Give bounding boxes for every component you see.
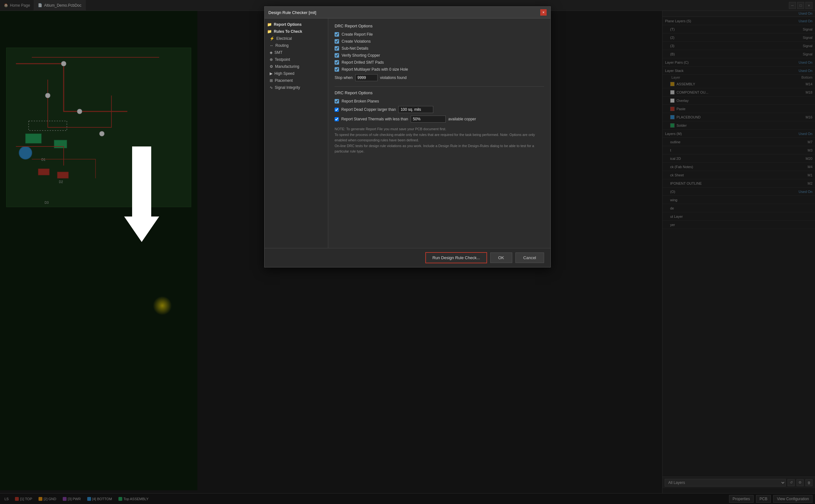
tree-testpoint[interactable]: ⊕ Testpoint	[265, 56, 328, 63]
tree-report-options[interactable]: 📁 Report Options	[265, 21, 328, 28]
electrical-icon: ⚡	[270, 36, 274, 41]
checkbox-broken-planes: Report Broken Planes	[335, 99, 544, 103]
smt-icon: ◈	[270, 50, 273, 55]
ok-label: OK	[498, 255, 504, 260]
stop-when-label: Stop when	[335, 75, 353, 80]
dead-copper-checkbox[interactable]	[335, 108, 339, 112]
checkbox-create-report: Create Report File	[335, 32, 544, 37]
violations-label: violations found	[380, 75, 407, 80]
report-drilled-checkbox[interactable]	[335, 60, 339, 65]
run-drc-container: Run Design Rule Check...	[425, 252, 487, 263]
testpoint-icon: ⊕	[270, 57, 273, 62]
cancel-label: Cancel	[523, 255, 536, 260]
tree-rules-to-check[interactable]: 📁 Rules To Check	[265, 28, 328, 35]
tree-testpoint-label: Testpoint	[275, 57, 290, 62]
create-violations-checkbox[interactable]	[335, 39, 339, 44]
dialog-close-button[interactable]: ×	[540, 9, 547, 16]
starved-label: Report Starved Thermals with less than	[341, 117, 408, 121]
signal-integrity-icon: ∿	[270, 85, 273, 90]
tree-routing[interactable]: ↔ Routing	[265, 42, 328, 49]
dialog-overlay: Design Rule Checker [mil] × 📁 Report Opt…	[0, 0, 815, 504]
tree-panel: 📁 Report Options 📁 Rules To Check ⚡ Elec…	[265, 18, 328, 248]
tree-manufacturing-label: Manufacturing	[275, 64, 299, 69]
tree-high-speed[interactable]: ▶ High Speed	[265, 70, 328, 77]
checkbox-multilayer: Report Multilayer Pads with 0 size Hole	[335, 67, 544, 72]
section-title-2: DRC Report Options	[335, 90, 544, 95]
starved-input[interactable]	[411, 116, 446, 123]
checkbox-report-drilled: Report Drilled SMT Pads	[335, 60, 544, 65]
section-title-1: DRC Report Options	[335, 24, 544, 28]
multilayer-label: Report Multilayer Pads with 0 size Hole	[342, 67, 408, 72]
tree-routing-label: Routing	[275, 43, 288, 48]
create-report-label: Create Report File	[342, 32, 373, 37]
note-1: NOTE: To generate Report File you must s…	[335, 126, 544, 132]
divider-1	[335, 86, 544, 87]
dead-copper-input[interactable]	[398, 106, 433, 113]
starved-thermals-row: Report Starved Thermals with less than a…	[335, 116, 544, 123]
note-2: To speed the process of rule checking en…	[335, 132, 544, 143]
dialog-footer: Run Design Rule Check... OK Cancel	[265, 248, 550, 267]
note-3: On-line DRC tests for design rule violat…	[335, 143, 544, 154]
tree-electrical[interactable]: ⚡ Electrical	[265, 35, 328, 42]
create-report-checkbox[interactable]	[335, 32, 339, 37]
tree-placement-label: Placement	[275, 78, 293, 83]
tree-placement[interactable]: ⊞ Placement	[265, 77, 328, 84]
placement-icon: ⊞	[270, 78, 273, 83]
close-icon: ×	[542, 10, 544, 15]
tree-signal-label: Signal Integrity	[275, 85, 300, 90]
tree-smt-label: SMT	[274, 50, 282, 55]
verify-shorting-checkbox[interactable]	[335, 53, 339, 58]
dialog-body: 📁 Report Options 📁 Rules To Check ⚡ Elec…	[265, 18, 550, 248]
cancel-button[interactable]: Cancel	[515, 252, 544, 263]
available-copper-label: available copper	[448, 117, 476, 121]
high-speed-icon: ▶	[270, 71, 273, 76]
verify-shorting-label: Verify Shorting Copper	[342, 53, 380, 58]
sub-net-checkbox[interactable]	[335, 46, 339, 51]
checkbox-verify-shorting: Verify Shorting Copper	[335, 53, 544, 58]
tree-rules-label: Rules To Check	[274, 29, 302, 34]
ok-button[interactable]: OK	[490, 252, 512, 263]
checkbox-create-violations: Create Violations	[335, 39, 544, 44]
checkbox-sub-net: Sub-Net Details	[335, 46, 544, 51]
tree-report-options-label: Report Options	[274, 22, 301, 27]
dead-copper-label: Report Dead Copper larger than	[341, 107, 396, 112]
manufacturing-icon: ⚙	[270, 64, 273, 69]
broken-planes-checkbox[interactable]	[335, 99, 339, 103]
create-violations-label: Create Violations	[342, 39, 371, 44]
tree-smt[interactable]: ◈ SMT	[265, 49, 328, 56]
starved-checkbox[interactable]	[335, 117, 339, 121]
tree-manufacturing[interactable]: ⚙ Manufacturing	[265, 63, 328, 70]
multilayer-checkbox[interactable]	[335, 67, 339, 72]
dialog-titlebar: Design Rule Checker [mil] ×	[265, 7, 550, 18]
run-drc-label: Run Design Rule Check...	[432, 255, 480, 260]
content-panel: DRC Report Options Create Report File Cr…	[328, 18, 550, 248]
dialog: Design Rule Checker [mil] × 📁 Report Opt…	[264, 6, 551, 267]
folder-icon-1: 📁	[267, 22, 272, 27]
run-drc-button[interactable]: Run Design Rule Check...	[425, 252, 487, 263]
dead-copper-row: Report Dead Copper larger than	[335, 106, 544, 113]
stop-when-row: Stop when violations found	[335, 74, 544, 81]
tree-electrical-label: Electrical	[276, 36, 292, 41]
stop-when-input[interactable]	[355, 74, 378, 81]
broken-planes-label: Report Broken Planes	[342, 99, 379, 103]
tree-high-speed-label: High Speed	[274, 71, 294, 76]
routing-icon: ↔	[270, 43, 273, 48]
folder-icon-2: 📁	[267, 29, 272, 34]
sub-net-label: Sub-Net Details	[342, 46, 368, 51]
notes-section: NOTE: To generate Report File you must s…	[335, 126, 544, 154]
tree-signal-integrity[interactable]: ∿ Signal Integrity	[265, 84, 328, 91]
report-drilled-label: Report Drilled SMT Pads	[342, 60, 384, 65]
dialog-title: Design Rule Checker [mil]	[268, 10, 316, 15]
